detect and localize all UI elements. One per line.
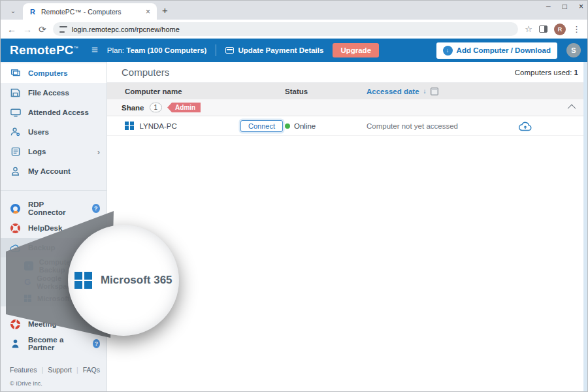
logs-expand-chevron-icon[interactable]: › <box>97 147 100 157</box>
browser-profile-avatar[interactable]: R <box>554 24 566 35</box>
partner-icon <box>10 339 21 348</box>
trademark: ™ <box>74 46 78 50</box>
tab-search-button[interactable]: ⌄ <box>7 5 19 16</box>
table-header: Computer name Status Accessed date ↓ <box>107 83 587 99</box>
browser-tab[interactable]: R RemotePC™ - Computers × <box>23 3 157 20</box>
scroll-edge-strip <box>583 62 587 392</box>
site-settings-icon[interactable] <box>59 26 67 33</box>
tab-close-icon[interactable]: × <box>144 7 152 16</box>
remotepc-window: ⌄ R RemotePC™ - Computers × + – □ × ← → … <box>0 0 588 392</box>
computers-used: Computers used: 1 <box>515 69 578 76</box>
attended-access-icon <box>10 108 21 117</box>
rdp-help-icon[interactable]: ? <box>92 204 100 213</box>
browser-tab-strip: ⌄ R RemotePC™ - Computers × + – □ × <box>1 1 587 20</box>
column-status: Status <box>285 88 367 95</box>
remotepc-favicon-icon: R <box>28 7 37 16</box>
sidebar-item-rdp-connector[interactable]: RDP Connector ? <box>1 199 106 218</box>
upgrade-button[interactable]: Upgrade <box>333 43 379 57</box>
admin-badge: Admin <box>167 103 201 112</box>
computer-name: LYNDA-PC <box>140 122 177 130</box>
page-title: Computers <box>122 67 169 78</box>
browser-menu-icon[interactable]: ⋮ <box>572 24 581 34</box>
back-button[interactable]: ← <box>7 24 16 35</box>
app-header: RemotePC™ ≡ Plan: Team (100 Computers) U… <box>1 39 587 62</box>
footer-link-faqs[interactable]: FAQs <box>83 366 100 374</box>
calendar-filter-icon[interactable] <box>431 88 438 95</box>
sidebar-item-file-access[interactable]: File Access <box>1 83 106 103</box>
status-text: Online <box>294 122 316 130</box>
magnifier-bubble: Microsoft 365 <box>68 225 179 336</box>
reload-button[interactable]: ⟳ <box>39 24 46 35</box>
helpdesk-icon <box>10 223 21 233</box>
sort-descending-icon: ↓ <box>423 88 427 95</box>
group-name: Shane <box>122 104 144 112</box>
footer-link-features[interactable]: Features <box>10 366 37 374</box>
address-bar[interactable]: login.remotepc.com/rpcnew/home <box>53 22 519 36</box>
users-icon <box>10 127 21 137</box>
remotepc-logo: RemotePC™ <box>10 43 78 57</box>
sidebar-item-my-account[interactable]: My Account <box>1 161 106 181</box>
credit-card-icon <box>225 47 234 54</box>
file-access-icon <box>10 88 21 97</box>
footer-link-support[interactable]: Support <box>48 366 72 374</box>
plan-info: Plan: Team (100 Computers) <box>107 46 207 54</box>
meeting-icon <box>10 319 21 329</box>
browser-toolbar: ← → ⟳ login.remotepc.com/rpcnew/home ☆ R… <box>1 20 587 39</box>
group-row-shane[interactable]: Shane 1 Admin <box>107 99 587 116</box>
computer-row-lynda-pc[interactable]: LYNDA-PC Connect Online Computer not yet… <box>107 116 587 136</box>
main-content: Computers Computers used: 1 Computer nam… <box>107 62 587 392</box>
url-text: login.remotepc.com/rpcnew/home <box>72 25 180 33</box>
update-payment-link[interactable]: Update Payment Details <box>225 46 323 54</box>
collapse-group-chevron-icon[interactable] <box>568 105 576 113</box>
magnifier-label: Microsoft 365 <box>101 274 172 287</box>
my-account-icon <box>10 167 21 176</box>
connect-button[interactable]: Connect <box>240 120 283 132</box>
page-title-row: Computers Computers used: 1 <box>107 62 587 83</box>
rdp-connector-icon <box>10 204 21 214</box>
header-divider <box>216 44 216 56</box>
window-minimize-button[interactable]: – <box>546 2 551 11</box>
hamburger-menu-icon[interactable]: ≡ <box>91 44 98 57</box>
add-computer-button[interactable]: ↓ Add Computer / Download <box>436 42 557 59</box>
column-computer-name: Computer name <box>125 88 285 95</box>
sidebar-item-become-a-partner[interactable]: Become a Partner ? <box>1 334 106 353</box>
microsoft-365-zoom-icon <box>74 272 92 289</box>
cloud-backup-icon[interactable] <box>512 121 538 131</box>
toolbar-actions: ☆ R ⋮ <box>525 24 581 35</box>
tab-title: RemotePC™ - Computers <box>41 8 140 16</box>
sidebar-footer: Features | Support | FAQs © IDrive Inc. <box>1 359 106 392</box>
accessed-date-text: Computer not yet accessed <box>367 122 512 130</box>
column-accessed-date[interactable]: Accessed date ↓ <box>367 88 438 95</box>
sidebar-item-computers[interactable]: Computers <box>1 63 106 83</box>
side-panel-icon[interactable] <box>539 25 547 33</box>
copyright: © IDrive Inc. <box>1 378 106 387</box>
windows-os-icon <box>125 122 134 131</box>
bookmark-star-icon[interactable]: ☆ <box>525 24 532 34</box>
partner-help-icon[interactable]: ? <box>93 339 100 348</box>
computers-icon <box>10 69 21 78</box>
new-tab-button[interactable]: + <box>162 5 168 16</box>
forward-button[interactable]: → <box>23 24 32 35</box>
download-icon: ↓ <box>443 46 453 56</box>
sidebar-item-users[interactable]: Users <box>1 122 106 142</box>
sidebar-item-logs[interactable]: Logs › <box>1 142 106 161</box>
sidebar-item-attended-access[interactable]: Attended Access <box>1 103 106 122</box>
logs-icon <box>10 147 21 156</box>
sidebar-divider <box>1 190 106 191</box>
account-avatar[interactable]: S <box>566 43 581 57</box>
group-count-badge: 1 <box>150 103 163 112</box>
window-close-button[interactable]: × <box>579 2 583 11</box>
online-status-icon <box>285 123 290 129</box>
window-maximize-button[interactable]: □ <box>563 2 567 11</box>
window-controls: – □ × <box>546 2 583 11</box>
